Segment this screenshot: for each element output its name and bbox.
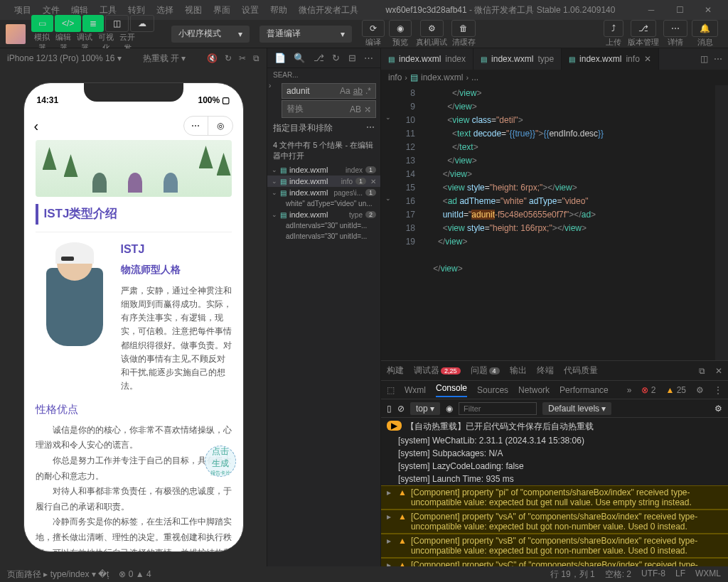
explorer-icon[interactable]: 📄 [274, 53, 286, 63]
git-icon[interactable]: ⎇ [314, 53, 324, 63]
devtab-sources[interactable]: Sources [477, 385, 508, 395]
capsule-menu[interactable]: ⋯◎ [183, 116, 233, 136]
editor-tab[interactable]: ▤index.wxmlindex [381, 48, 473, 70]
status-path[interactable]: 页面路径 ▸ type/index ▾ �ț [7, 568, 109, 581]
mode-select[interactable]: 小程序模式▾ [171, 26, 250, 43]
sim-detach-icon[interactable]: ⧉ [253, 53, 259, 63]
search-results-summary[interactable]: 4 文件中有 5 个结果 - 在编辑器中打开 [267, 137, 380, 164]
toggle-replace[interactable]: › [269, 82, 271, 90]
minimap[interactable] [715, 85, 728, 360]
sim-mute-icon[interactable]: 🔇 [207, 53, 218, 63]
tab-build[interactable]: 构建 [387, 365, 404, 377]
menu-视图[interactable]: 视图 [179, 1, 208, 19]
search-result-file[interactable]: ⌄▤index.wxmlinfo1✕ [267, 176, 380, 187]
status-lang[interactable]: WXML [695, 568, 721, 581]
menu-帮助[interactable]: 帮助 [264, 1, 293, 19]
console-output[interactable]: ▶【自动热重载】已开启代码文件保存后自动热重载[system] WeChatLi… [381, 418, 728, 566]
phone-battery: 100% ▢ [198, 95, 230, 105]
compile-select[interactable]: 普通编译▾ [259, 26, 352, 43]
avatar[interactable] [6, 24, 26, 44]
preview-button[interactable]: ◉ [389, 20, 412, 37]
menu-界面[interactable]: 界面 [208, 1, 236, 19]
split-icon[interactable]: ◫ [700, 54, 708, 64]
device-label[interactable]: iPhone 12/13 (Pro) 100% 16 ▾ [7, 53, 122, 63]
warn-count[interactable]: ▲ 25 [665, 385, 686, 395]
page-content[interactable]: ISTJ类型介绍 ISTJ 物流师型人格 严肃，安静，通过全神贯注和细致周到而赢… [24, 140, 243, 552]
breadcrumb[interactable]: info › ▤ index.wxml › ... [381, 70, 728, 85]
message-button[interactable]: 🔔 [692, 20, 718, 37]
simulator-panel: iPhone 12/13 (Pro) 100% 16 ▾ 热重载 开 ▾ 🔇 ↻… [0, 48, 267, 566]
console-settings-icon[interactable]: ⚙ [714, 404, 722, 414]
body-text: 冷静而务实是你的标签，在生活和工作中脚踏实地，擅长做出清晰、理性的决定。重视创建… [36, 514, 232, 552]
close-button[interactable]: ✕ [694, 0, 722, 20]
devtools-settings-icon[interactable]: ⚙ [696, 385, 704, 395]
search-result-file[interactable]: ⌄▤index.wxmlpages\i...1 [267, 187, 380, 198]
visual-toggle[interactable]: ◫ [105, 15, 129, 32]
menu-设置[interactable]: 设置 [236, 1, 264, 19]
status-line-col[interactable]: 行 19，列 1 [550, 568, 595, 581]
hero-image [36, 140, 232, 197]
hot-reload-label[interactable]: 热重载 开 ▾ [143, 53, 186, 65]
menu-微信开发者工具[interactable]: 微信开发者工具 [293, 1, 364, 19]
filter-input[interactable] [459, 402, 537, 415]
generate-card-button[interactable]: 点击生成报告卡片 [205, 446, 236, 477]
editor-tab[interactable]: ▤index.wxmltype [473, 48, 562, 70]
collapse-icon[interactable]: ⊟ [348, 53, 356, 63]
scope-toggle[interactable]: 指定目录和排除 [273, 122, 333, 134]
panel-close-icon[interactable]: ✕ [715, 366, 722, 376]
status-encoding[interactable]: UTF-8 [641, 568, 665, 581]
card-subtitle: 物流师型人格 [121, 262, 232, 279]
context-select[interactable]: top ▾ [410, 402, 440, 415]
tab-debugger[interactable]: 调试器2,25 [414, 365, 461, 377]
simulator-toggle[interactable]: ▭ [31, 15, 53, 32]
more-icon[interactable]: ⋯ [364, 53, 373, 63]
search-icon[interactable]: 🔍 [294, 53, 305, 63]
sim-rotate-icon[interactable]: ↻ [225, 53, 232, 63]
character-image [36, 239, 114, 360]
devtools-tabs: ⬚ Wxml Console Sources Network Performan… [381, 381, 728, 399]
search-input[interactable]: adunit Aaab.* [282, 83, 376, 99]
search-result-file[interactable]: ⌄▤index.wxmlindex1 [267, 164, 380, 176]
inspect-icon[interactable]: ⬚ [387, 385, 395, 395]
search-result-file[interactable]: ⌄▤index.wxmltype2 [267, 209, 380, 220]
console-clear-icon[interactable]: ⊘ [397, 404, 405, 414]
editor-toggle[interactable]: </> [55, 15, 81, 32]
cloud-toggle[interactable]: ☁ [130, 15, 154, 32]
error-count[interactable]: ⊗ 2 [641, 385, 655, 395]
detail-button[interactable]: ⋯ [663, 20, 687, 37]
back-button[interactable]: ‹ [34, 118, 39, 134]
editor-tab[interactable]: ▤index.wxmlinfo✕ [562, 48, 659, 70]
tab-terminal[interactable]: 终端 [537, 365, 554, 377]
eye-icon[interactable]: ◉ [446, 404, 453, 414]
tab-quality[interactable]: 代码质量 [564, 365, 598, 377]
replace-input[interactable]: 替换 AB⤭ [282, 100, 376, 118]
sim-cut-icon[interactable]: ✂ [239, 53, 246, 63]
debugger-toggle[interactable]: ≣ [82, 15, 104, 32]
main-area: iPhone 12/13 (Pro) 100% 16 ▾ 热重载 开 ▾ 🔇 ↻… [0, 48, 728, 566]
compile-button[interactable]: ⟳ [362, 20, 385, 37]
window-controls: ─ ☐ ✕ [637, 0, 722, 20]
devtools-more-icon[interactable]: ⋮ [714, 385, 722, 395]
devtab-console[interactable]: Console [436, 383, 467, 397]
panel-detach-icon[interactable]: ⧉ [699, 366, 705, 376]
version-button[interactable]: ⎇ [631, 20, 656, 37]
body-text: 对待人和事都非常负责任，有极强的忠诚度，于履行自己的承诺和职责。 [36, 484, 232, 514]
devtab-network[interactable]: Network [518, 385, 550, 395]
status-problems[interactable]: ⊗ 0 ▲ 4 [119, 569, 151, 579]
tab-output[interactable]: 输出 [510, 365, 527, 377]
clear-cache-button[interactable]: 🗑 [451, 20, 476, 37]
maximize-button[interactable]: ☐ [665, 0, 694, 20]
remote-debug-button[interactable]: ⚙ [420, 20, 444, 37]
console-sidebar-icon[interactable]: ▯ [387, 404, 392, 414]
minimize-button[interactable]: ─ [637, 0, 665, 20]
status-eol[interactable]: LF [675, 568, 685, 581]
status-spaces[interactable]: 空格: 2 [605, 568, 631, 581]
upload-button[interactable]: ⤴ [604, 20, 623, 37]
devtab-wxml[interactable]: Wxml [405, 385, 426, 395]
code-editor[interactable]: ⌄⌄ 8910111213141516171819 </view> </view… [381, 85, 728, 360]
tab-problems[interactable]: 问题4 [471, 365, 500, 377]
refresh-icon[interactable]: ↻ [332, 53, 340, 63]
devtab-performance[interactable]: Performance [560, 385, 609, 395]
levels-select[interactable]: Default levels ▾ [542, 402, 611, 415]
more-icon[interactable]: ⋯ [714, 54, 722, 64]
